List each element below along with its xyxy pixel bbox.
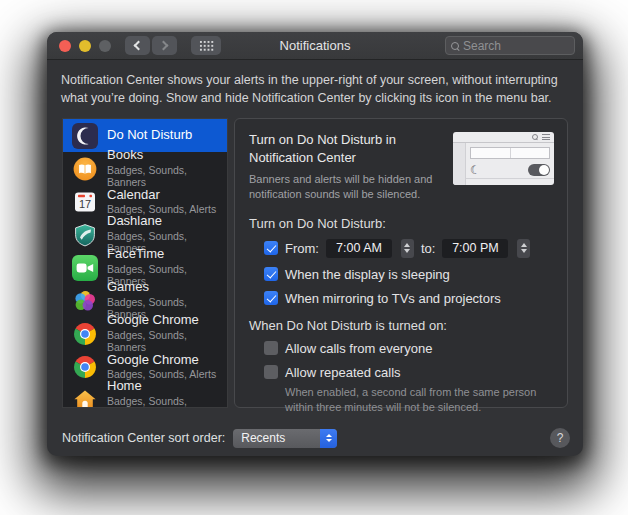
notification-center-description: Notification Center shows your alerts in… [47,60,581,108]
traffic-lights [59,40,111,52]
display-sleeping-row: When the display is sleeping [264,267,553,282]
allow-calls-checkbox[interactable] [264,341,278,355]
app-icon: 17 [72,189,98,215]
home-icon [72,387,98,409]
sort-order-value: Recents [233,429,320,448]
notifications-preferences-window: Notifications Search Notification Center… [47,32,583,456]
search-input[interactable]: Search [445,36,575,55]
sidebar-app-row[interactable]: Home Badges, Sounds, Banners [63,383,227,408]
app-name: Dashlane [107,214,227,229]
to-time-stepper[interactable] [517,239,530,258]
app-alert-style: Badges, Sounds, Banners [107,329,227,353]
sort-order-label: Notification Center sort order: [62,431,225,445]
dnd-illustration: ☾ [453,132,554,185]
allow-repeated-checkbox[interactable] [264,365,278,379]
allow-repeated-label: Allow repeated calls [285,365,401,380]
display-sleeping-checkbox[interactable] [264,267,278,281]
allow-repeated-row: Allow repeated calls [264,365,553,380]
sidebar-app-row[interactable]: Do Not Disturb [63,119,227,152]
panel-subheading: Banners and alerts will be hidden and no… [249,172,477,202]
app-icon [72,387,98,409]
sidebar-app-row[interactable]: Google Chrome Badges, Sounds, Alerts [63,350,227,383]
app-icon [72,222,98,248]
allow-calls-label: Allow calls from everyone [285,341,432,356]
mirroring-checkbox[interactable] [264,291,278,305]
app-name: Calendar [107,188,216,203]
app-name: FaceTime [107,247,227,262]
mini-moon-icon: ☾ [470,164,481,176]
from-time-stepper[interactable] [401,239,414,258]
mini-toggle-on [528,164,550,176]
turned-on-section-label: When Do Not Disturb is turned on: [249,318,553,333]
app-name: Books [107,148,227,163]
do-not-disturb-panel: Turn on Do Not Disturb in Notification C… [234,118,568,408]
search-placeholder: Search [463,39,501,53]
show-all-button[interactable] [191,36,221,55]
grid-icon [199,40,214,51]
schedule-from-row: From: 7:00 AM to: 7:00 PM [264,239,553,258]
panel-heading: Turn on Do Not Disturb in Notification C… [249,131,444,166]
illustration-dnd-row: ☾ [470,162,550,177]
title-bar: Notifications Search [47,32,583,60]
app-name: Google Chrome [107,353,216,368]
app-name: Do Not Disturb [107,128,192,143]
chevron-right-icon [159,41,169,51]
to-time-field[interactable]: 7:00 PM [442,239,508,258]
app-name: Games [107,280,227,295]
footer-bar: Notification Center sort order: Recents … [62,428,570,448]
app-alert-style: Badges, Sounds, Banners [107,164,227,188]
app-icon [72,288,98,314]
app-icon [72,156,98,182]
chrome-icon [72,321,98,347]
schedule-checkbox[interactable] [264,241,278,255]
allow-calls-row: Allow calls from everyone [264,341,553,356]
sidebar-app-row[interactable]: Books Badges, Sounds, Banners [63,152,227,185]
svg-text:17: 17 [79,198,91,210]
zoom-button [99,40,111,52]
forward-button[interactable] [152,36,177,55]
stepper-up-icon [521,243,527,247]
facetime-icon [72,255,98,281]
illustration-menubar [453,132,554,143]
back-button[interactable] [125,36,150,55]
chevron-left-icon [134,41,144,51]
mini-list-icon [542,134,550,140]
chrome-icon [72,354,98,380]
app-icon [72,354,98,380]
app-icon [72,321,98,347]
from-time-field[interactable]: 7:00 AM [326,239,392,258]
calendar-icon: 17 [72,189,98,215]
mirroring-label: When mirroring to TVs and projectors [285,291,501,306]
from-label: From: [285,241,319,256]
app-name: Home [107,379,227,394]
close-button[interactable] [59,40,71,52]
stepper-down-icon [404,249,410,253]
to-label: to: [421,241,435,256]
games-icon [72,288,98,314]
minimize-button[interactable] [79,40,91,52]
schedule-section-label: Turn on Do Not Disturb: [249,216,553,231]
sidebar-list: Do Not Disturb Books Badges, Sounds, Ban… [62,118,228,408]
app-alert-style: Badges, Sounds, Banners [107,395,227,408]
dashlane-icon [72,222,98,248]
illustration-sidebar [453,143,466,185]
moon-icon [72,123,98,149]
stepper-down-icon [521,249,527,253]
display-sleeping-label: When the display is sleeping [285,267,450,282]
sort-order-dropdown[interactable]: Recents [233,429,337,448]
help-button[interactable]: ? [550,428,570,448]
mini-search-icon [532,134,538,140]
dropdown-arrows-icon [320,429,337,448]
sidebar-app-row[interactable]: Google Chrome Badges, Sounds, Banners [63,317,227,350]
app-icon [72,123,98,149]
app-icon [72,255,98,281]
app-name: Google Chrome [107,313,227,328]
illustration-fields [470,147,550,159]
mirroring-row: When mirroring to TVs and projectors [264,291,553,306]
search-icon [451,42,459,50]
stepper-up-icon [404,243,410,247]
books-icon [72,156,98,182]
repeated-calls-note: When enabled, a second call from the sam… [285,385,553,416]
